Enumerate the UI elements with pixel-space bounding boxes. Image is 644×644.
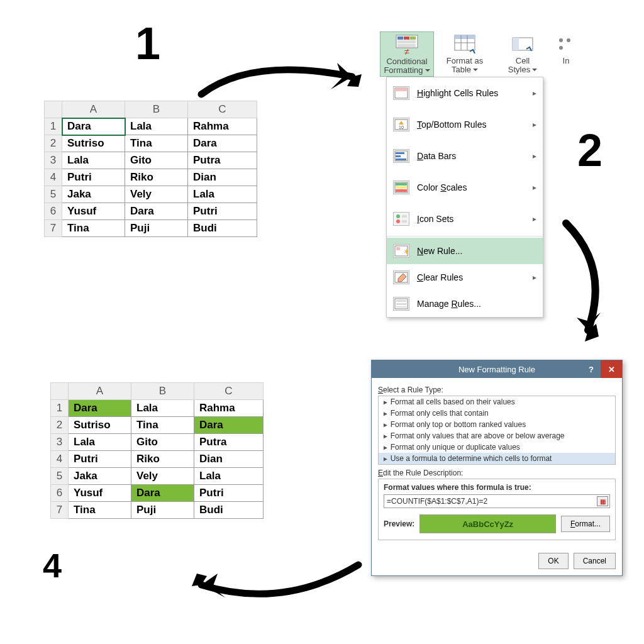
rule-type-option[interactable]: Format only top or bottom ranked values <box>379 419 615 430</box>
svg-rect-26 <box>396 183 407 186</box>
menu-top-bottom[interactable]: 10 Top/Bottom Rules <box>387 109 543 140</box>
cell[interactable]: Lala <box>125 118 188 135</box>
cell[interactable]: Jaka <box>69 468 131 485</box>
cell[interactable]: Putri <box>62 169 125 186</box>
rule-type-option[interactable]: Use a formula to determine which cells t… <box>379 453 615 464</box>
cell[interactable]: Vely <box>131 468 194 485</box>
row-header[interactable]: 7 <box>45 220 62 237</box>
cell[interactable]: Yusuf <box>69 485 131 502</box>
cell[interactable]: Yusuf <box>62 203 125 220</box>
rule-type-option[interactable]: Format only values that are above or bel… <box>379 430 615 441</box>
cell[interactable]: Riko <box>125 169 188 186</box>
ribbon-more[interactable]: In <box>553 31 579 67</box>
cell[interactable]: Rahma <box>188 118 257 135</box>
chevron-down-icon <box>423 65 430 75</box>
cell[interactable]: Gito <box>131 434 194 451</box>
cell[interactable]: Sutriso <box>62 135 125 152</box>
range-picker-button[interactable]: ▦ <box>597 496 608 506</box>
svg-rect-24 <box>396 158 406 160</box>
cell[interactable]: Putri <box>69 451 131 468</box>
cell[interactable]: Tina <box>62 220 125 237</box>
menu-new-rule[interactable]: ✶ New Rule... <box>387 238 543 264</box>
cell[interactable]: Lala <box>131 400 194 417</box>
row-header[interactable]: 4 <box>51 451 69 468</box>
svg-text:≠: ≠ <box>404 47 409 57</box>
svg-rect-4 <box>397 40 416 43</box>
cell[interactable]: Putri <box>188 203 257 220</box>
menu-color-scales[interactable]: Color Scales <box>387 172 543 203</box>
row-header[interactable]: 1 <box>45 118 62 135</box>
cell[interactable]: Vely <box>125 186 188 203</box>
chevron-down-icon <box>530 65 537 74</box>
dialog-close-button[interactable]: ✕ <box>601 360 622 378</box>
conditional-formatting-button[interactable]: ≠ Conditional Formatting <box>380 31 434 77</box>
cell[interactable]: Lala <box>62 152 125 169</box>
row-header[interactable]: 3 <box>51 434 69 451</box>
cell[interactable]: Gito <box>125 152 188 169</box>
rule-type-option[interactable]: Format all cells based on their values <box>379 396 615 408</box>
column-header[interactable]: B <box>131 383 194 400</box>
cell[interactable]: Jaka <box>62 186 125 203</box>
dialog-help-button[interactable]: ? <box>582 360 601 378</box>
ok-button[interactable]: OK <box>538 553 568 569</box>
column-header[interactable]: A <box>69 383 131 400</box>
cell[interactable]: Dara <box>125 203 188 220</box>
menu-manage-rules[interactable]: Manage Rules... <box>387 291 543 317</box>
cell[interactable]: Sutriso <box>69 417 131 434</box>
cell[interactable]: Dara <box>194 417 264 434</box>
cell[interactable]: Rahma <box>194 400 264 417</box>
rule-type-list[interactable]: Format all cells based on their valuesFo… <box>378 396 616 465</box>
cell[interactable]: Puji <box>131 502 194 519</box>
svg-point-29 <box>396 214 400 218</box>
cell[interactable]: Putra <box>188 152 257 169</box>
cell[interactable]: Dian <box>188 169 257 186</box>
row-header[interactable]: 7 <box>51 502 69 519</box>
formula-input[interactable]: =COUNTIF($A$1:$C$7,A1)=2 ▦ <box>384 494 610 508</box>
menu-clear-rules[interactable]: Clear Rules <box>387 264 543 291</box>
cell[interactable]: Dara <box>62 118 125 135</box>
row-header[interactable]: 2 <box>51 417 69 434</box>
menu-icon-sets[interactable]: Icon Sets <box>387 203 543 235</box>
row-header[interactable]: 5 <box>45 186 62 203</box>
cell[interactable]: Puji <box>125 220 188 237</box>
cell[interactable]: Dian <box>194 451 264 468</box>
cell[interactable]: Tina <box>125 135 188 152</box>
format-button[interactable]: Format... <box>561 516 610 532</box>
column-header[interactable]: C <box>194 383 264 400</box>
cell[interactable]: Budi <box>188 220 257 237</box>
row-header[interactable]: 6 <box>51 485 69 502</box>
cancel-button[interactable]: Cancel <box>574 553 616 569</box>
cell[interactable]: Lala <box>188 186 257 203</box>
rule-type-option[interactable]: Format only cells that contain <box>379 408 615 419</box>
cell[interactable]: Lala <box>69 434 131 451</box>
format-as-table-icon <box>453 34 476 57</box>
cell[interactable]: Putri <box>194 485 264 502</box>
cell[interactable]: Riko <box>131 451 194 468</box>
row-header[interactable]: 3 <box>45 152 62 169</box>
row-header[interactable]: 1 <box>51 400 69 417</box>
menu-highlight-cells[interactable]: HHighlight Cells Rulesighlight Cells Rul… <box>387 77 543 109</box>
format-as-table-button[interactable]: Format as Table <box>438 31 492 75</box>
cell[interactable]: Dara <box>69 400 131 417</box>
cs-label-1: Cell <box>516 56 530 65</box>
row-header[interactable]: 5 <box>51 468 69 485</box>
cell[interactable]: Dara <box>188 135 257 152</box>
cell[interactable]: Budi <box>194 502 264 519</box>
menu-data-bars[interactable]: Data Bars <box>387 140 543 172</box>
cell[interactable]: Tina <box>131 417 194 434</box>
preview-label: Preview: <box>384 519 414 528</box>
svg-rect-38 <box>396 300 406 302</box>
row-header[interactable]: 2 <box>45 135 62 152</box>
cell[interactable]: Dara <box>131 485 194 502</box>
column-header[interactable]: B <box>125 101 188 118</box>
cell-styles-button[interactable]: Cell Styles <box>496 31 550 75</box>
row-header[interactable]: 6 <box>45 203 62 220</box>
arrow-3-to-4 <box>182 553 371 616</box>
rule-type-option[interactable]: Format only unique or duplicate values <box>379 441 615 453</box>
cell[interactable]: Tina <box>69 502 131 519</box>
column-header[interactable]: A <box>62 101 125 118</box>
cell[interactable]: Putra <box>194 434 264 451</box>
row-header[interactable]: 4 <box>45 169 62 186</box>
svg-text:10: 10 <box>399 125 404 130</box>
cell[interactable]: Lala <box>194 468 264 485</box>
